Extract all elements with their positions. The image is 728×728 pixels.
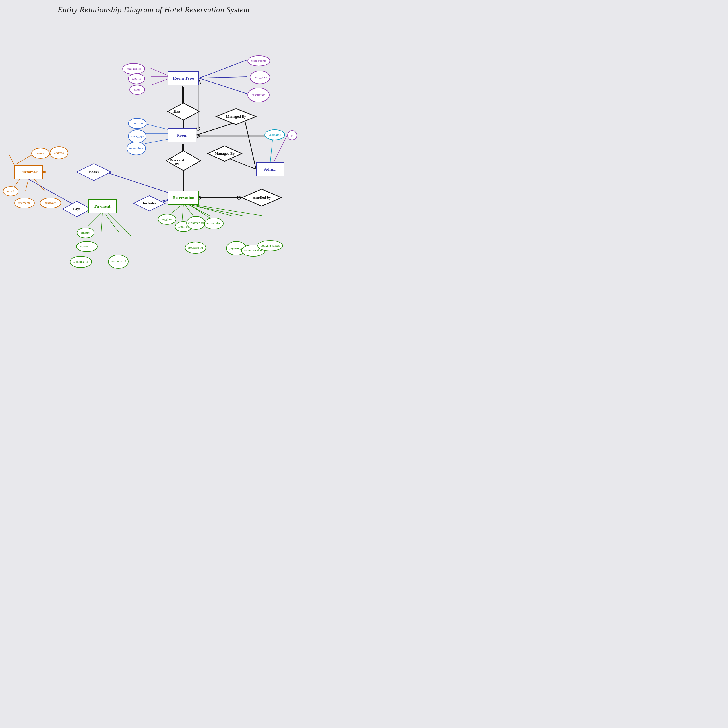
attr-res-noguest: no_guest: [158, 214, 176, 225]
attr-res-bookingstatus: booking_status: [257, 240, 283, 251]
svg-text:Managed By: Managed By: [215, 151, 235, 156]
attr-room-floor: room_floor: [127, 142, 146, 155]
attr-customer-address: address: [50, 147, 68, 159]
attr-roomtype-totalrooms: total_rooms: [248, 55, 270, 66]
entity-roomtype: Room Type: [168, 71, 199, 85]
entity-payment: Payment: [88, 199, 116, 213]
svg-text:Handled by: Handled by: [252, 195, 271, 200]
svg-text:Pays: Pays: [73, 207, 81, 211]
svg-line-34: [145, 139, 168, 144]
attr-admin-username: username: [265, 129, 285, 140]
svg-text:Has: Has: [173, 109, 180, 113]
svg-marker-60: [77, 164, 111, 180]
svg-line-55: [108, 213, 131, 236]
svg-marker-2: [43, 171, 47, 173]
svg-line-51: [193, 205, 262, 216]
attr-res-customerid: customer_id: [186, 216, 206, 230]
attr-payment-bookingid: Booking_id: [70, 256, 92, 268]
svg-line-43: [34, 179, 46, 192]
svg-line-29: [196, 136, 200, 138]
svg-marker-64: [208, 146, 242, 161]
svg-line-32: [145, 124, 168, 129]
attr-roomtype-price: room_price: [250, 70, 270, 84]
attr-res-arrivaldate: arrival_date: [204, 217, 223, 229]
svg-line-42: [26, 179, 28, 191]
svg-line-46: [185, 205, 193, 216]
svg-line-35: [151, 68, 168, 75]
attr-payment-customerid: customer_id: [108, 254, 128, 269]
svg-text:Includes: Includes: [143, 201, 156, 205]
svg-text:Reserved: Reserved: [170, 158, 184, 162]
svg-line-37: [151, 79, 168, 85]
svg-marker-65: [242, 189, 281, 206]
entity-reservation: Reservation: [168, 191, 199, 205]
svg-line-28: [196, 134, 200, 136]
svg-marker-63: [216, 109, 256, 125]
svg-line-22: [245, 119, 256, 169]
svg-point-20: [196, 127, 200, 130]
svg-line-53: [101, 213, 102, 233]
attr-room-type: room_type: [128, 129, 147, 143]
svg-point-26: [237, 196, 240, 199]
svg-text:Books: Books: [89, 170, 99, 174]
svg-line-19: [199, 80, 201, 84]
attr-customer-email: email: [3, 186, 18, 196]
svg-line-31: [228, 158, 256, 169]
attr-admin-p: p: [287, 130, 297, 140]
svg-marker-61: [63, 201, 91, 217]
svg-marker-59: [166, 151, 200, 171]
attr-roomtype-typeid: type_id: [128, 73, 145, 84]
attr-payment-amount: amount: [77, 228, 95, 238]
svg-line-14: [199, 60, 248, 78]
svg-line-47: [188, 204, 210, 216]
attr-room-no: room_no: [128, 118, 147, 129]
attr-customer-name: name: [31, 148, 50, 159]
svg-line-54: [105, 214, 119, 233]
svg-line-16: [199, 78, 248, 94]
svg-marker-58: [168, 103, 199, 120]
svg-line-15: [199, 77, 248, 78]
attr-roomtype-description: description: [248, 87, 269, 102]
entity-admin: Adm...: [256, 162, 284, 176]
svg-line-45: [182, 205, 184, 222]
svg-line-21: [196, 119, 245, 135]
svg-line-38: [9, 154, 14, 165]
svg-line-24: [199, 196, 202, 198]
svg-marker-62: [134, 196, 165, 211]
attr-customer-password: password: [40, 198, 61, 208]
svg-line-52: [88, 213, 101, 226]
svg-line-49: [191, 205, 233, 216]
diagram-title: Entity Relationship Diagram of Hotel Res…: [0, 0, 307, 14]
attr-roomtype-name: name: [129, 85, 145, 95]
svg-text:Managed By: Managed By: [226, 114, 246, 119]
svg-line-25: [199, 198, 202, 200]
attr-res-bookingid: Booking_id: [185, 242, 206, 254]
diagram-container: Entity Relationship Diagram of Hotel Res…: [0, 0, 307, 307]
attr-customer-username: username: [14, 198, 35, 208]
svg-text:By: By: [174, 162, 179, 166]
entity-room: Room: [168, 128, 196, 142]
entity-customer: Customer: [14, 165, 43, 179]
svg-line-50: [192, 205, 245, 216]
attr-roomtype-maxguests: Max guests: [122, 63, 145, 75]
attr-payment-id: payment_id: [76, 241, 98, 252]
svg-line-39: [16, 154, 34, 164]
